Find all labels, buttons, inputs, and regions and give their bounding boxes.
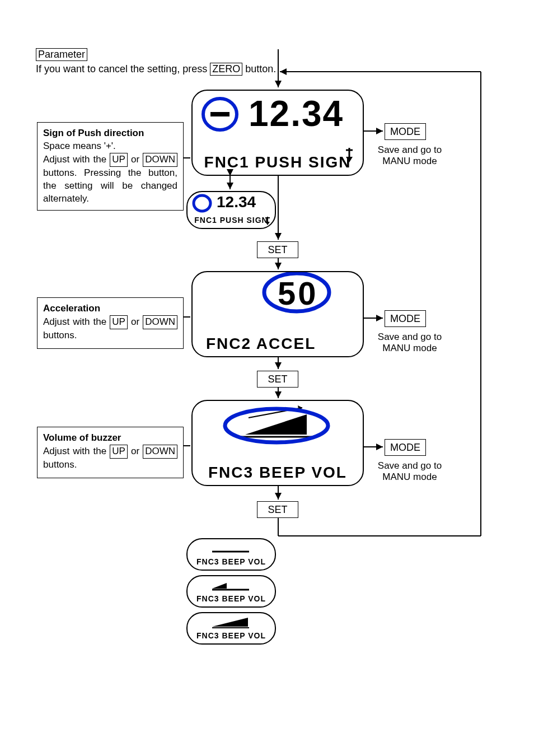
lcd-fnc1-big-value: 12.34 — [249, 93, 344, 134]
info-push-sign: Sign of Push direction Space means '+'. … — [37, 122, 184, 211]
info-vol-title: Volume of buzzer — [43, 432, 121, 443]
lcd-fnc2-label: FNC2 ACCEL — [206, 335, 363, 353]
up-button-ref-3: UP — [110, 445, 128, 459]
info-push-title: Sign of Push direction — [43, 128, 144, 138]
set-button-1[interactable]: SET — [257, 241, 298, 258]
down-button-ref-2: DOWN — [143, 315, 177, 329]
intro-text-post: button. — [242, 63, 276, 74]
lcd-fnc1-big: 12.34 FNC1 PUSH SIGN — [191, 90, 364, 176]
down-button-ref-1: DOWN — [143, 153, 177, 167]
svg-point-14 — [225, 409, 328, 442]
info-accel-l1e: buttons. — [43, 330, 77, 340]
svg-point-1 — [203, 99, 237, 130]
lcd-fnc3-small-1-label: FNC3 BEEP VOL — [188, 557, 275, 566]
lcd-fnc3-label: FNC3 BEEP VOL — [193, 464, 363, 482]
info-push-l1: Space means '+'. — [43, 141, 116, 151]
svg-marker-18 — [212, 618, 248, 627]
set-button-2[interactable]: SET — [257, 371, 298, 388]
parameter-label: Parameter — [36, 48, 87, 61]
svg-point-5 — [194, 195, 210, 211]
lcd-fnc1-small-value: 12.34 — [217, 193, 256, 211]
lcd-fnc2-big: 50 FNC2 ACCEL — [191, 271, 364, 357]
info-accel-title: Acceleration — [43, 303, 100, 314]
info-vol-l1c: or — [128, 446, 143, 456]
lcd-fnc1-small: 12.34 FNC1 PUSH SIGN — [186, 191, 276, 229]
set-button-3[interactable]: SET — [257, 501, 298, 518]
mode-caption-1: Save and go to MANU mode — [371, 144, 449, 167]
info-accel-l1c: or — [128, 316, 143, 327]
zero-button-ref: ZERO — [210, 63, 242, 76]
up-button-ref-1: UP — [110, 153, 128, 167]
mode-button-3[interactable]: MODE — [385, 439, 426, 456]
mode-caption-2: Save and go to MANU mode — [371, 332, 449, 354]
lcd-fnc3-big: FNC3 BEEP VOL — [191, 400, 364, 486]
info-vol-l1e: buttons. — [43, 459, 77, 470]
mode-caption-3: Save and go to MANU mode — [371, 460, 449, 483]
info-vol-l1a: Adjust with the — [43, 446, 110, 456]
info-vol: Volume of buzzer Adjust with the UP or D… — [37, 427, 184, 478]
info-accel: Acceleration Adjust with the UP or DOWN … — [37, 297, 184, 349]
svg-rect-0 — [210, 112, 229, 116]
info-push-l2c: or — [128, 154, 143, 165]
info-push-l2a: Adjust with the — [43, 154, 110, 165]
lcd-fnc1-small-label: FNC1 PUSH SIGN — [188, 216, 275, 225]
lcd-fnc1-big-label: FNC1 PUSH SIGN — [193, 153, 363, 171]
svg-marker-10 — [245, 414, 307, 435]
svg-marker-13 — [298, 405, 302, 411]
info-push-l2e: buttons. Pressing the button, the settin… — [43, 167, 177, 204]
mode-button-1[interactable]: MODE — [385, 123, 426, 140]
lcd-fnc3-small-2: FNC3 BEEP VOL — [186, 575, 276, 608]
mode-button-2[interactable]: MODE — [385, 310, 426, 327]
down-button-ref-3: DOWN — [143, 445, 177, 459]
lcd-fnc2-value: 50 — [278, 274, 318, 312]
lcd-fnc3-small-3-label: FNC3 BEEP VOL — [188, 631, 275, 640]
lcd-fnc3-small-1: FNC3 BEEP VOL — [186, 538, 276, 571]
svg-line-12 — [249, 408, 302, 418]
lcd-fnc3-small-3: FNC3 BEEP VOL — [186, 612, 276, 645]
lcd-fnc3-small-2-label: FNC3 BEEP VOL — [188, 594, 275, 603]
intro-text-pre: If you want to cancel the setting, press — [36, 63, 210, 74]
info-accel-l1a: Adjust with the — [43, 316, 110, 327]
svg-marker-16 — [212, 583, 227, 589]
up-button-ref-2: UP — [110, 315, 128, 329]
